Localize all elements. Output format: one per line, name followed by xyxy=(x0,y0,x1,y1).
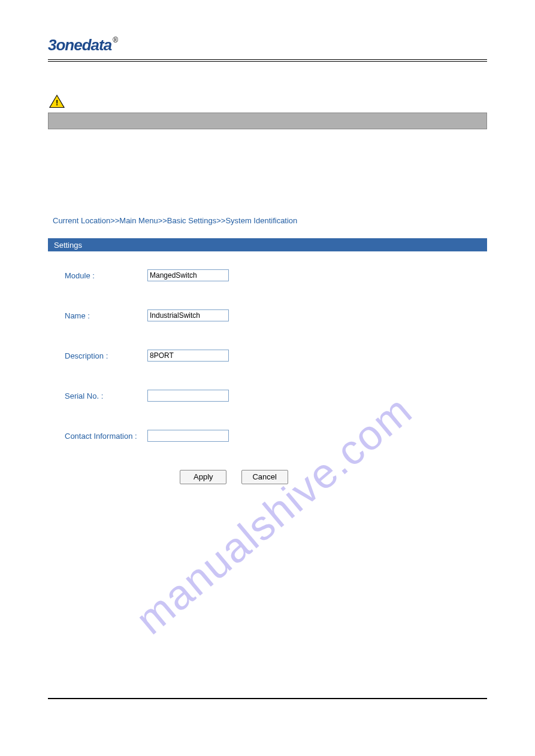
form-row-contact: Contact Information : xyxy=(65,430,487,442)
description-input[interactable] xyxy=(147,350,229,362)
watermark-text: manualshive.com xyxy=(127,386,422,644)
name-label: Name : xyxy=(65,311,147,320)
content-area: Current Location>>Main Menu>>Basic Setti… xyxy=(48,216,487,484)
footer-divider xyxy=(48,698,487,699)
warning-icon: ! xyxy=(49,95,65,108)
form-row-name: Name : xyxy=(65,309,487,321)
breadcrumb: Current Location>>Main Menu>>Basic Setti… xyxy=(53,216,487,225)
serial-input[interactable] xyxy=(147,390,229,402)
breadcrumb-sep: >> xyxy=(216,216,225,225)
breadcrumb-item[interactable]: Basic Settings xyxy=(167,216,216,225)
settings-form: manualshive.com Module : Name : Descript… xyxy=(48,269,487,484)
form-row-module: Module : xyxy=(65,269,487,281)
cancel-button[interactable]: Cancel xyxy=(241,470,288,484)
warning-section: ! xyxy=(48,95,487,129)
name-input[interactable] xyxy=(147,309,229,321)
form-row-serial: Serial No. : xyxy=(65,390,487,402)
serial-label: Serial No. : xyxy=(65,391,147,400)
logo-text: 3onedata xyxy=(48,36,111,54)
button-row: Apply Cancel xyxy=(65,470,487,484)
header-divider xyxy=(48,59,487,62)
page-header: 3onedata® xyxy=(48,36,487,62)
apply-button[interactable]: Apply xyxy=(180,470,226,484)
breadcrumb-current: Current Location xyxy=(53,216,110,225)
breadcrumb-item[interactable]: System Identification xyxy=(225,216,297,225)
section-title: Settings xyxy=(54,241,82,250)
registered-mark: ® xyxy=(113,36,117,44)
section-header: Settings xyxy=(48,238,487,251)
warning-box xyxy=(48,113,487,129)
form-row-description: Description : xyxy=(65,350,487,362)
brand-logo: 3onedata® xyxy=(48,36,117,54)
breadcrumb-sep: >> xyxy=(110,216,119,225)
description-label: Description : xyxy=(65,351,147,360)
contact-label: Contact Information : xyxy=(65,432,147,441)
contact-input[interactable] xyxy=(147,430,229,442)
breadcrumb-item[interactable]: Main Menu xyxy=(119,216,158,225)
module-input[interactable] xyxy=(147,269,229,281)
breadcrumb-sep: >> xyxy=(158,216,167,225)
module-label: Module : xyxy=(65,271,147,280)
